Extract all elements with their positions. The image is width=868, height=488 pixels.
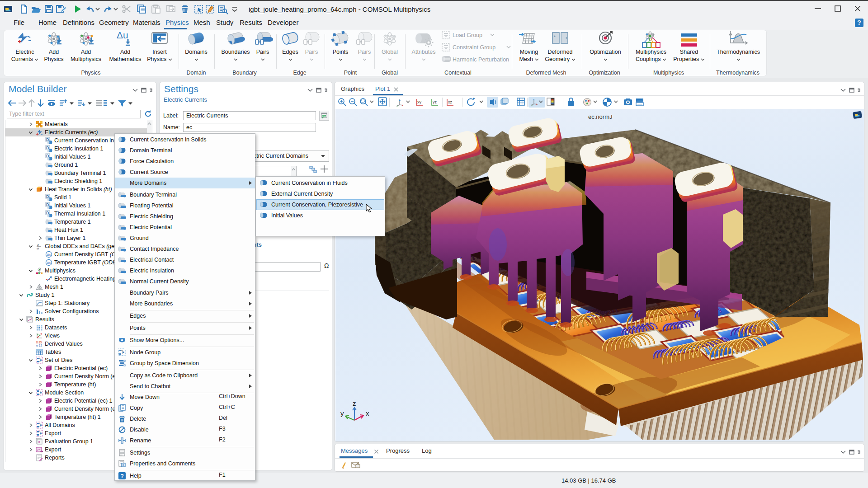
svg-text:x: x: [366, 409, 369, 417]
svg-text:xz: xz: [448, 100, 453, 104]
svg-text:8: 8: [38, 440, 40, 444]
svg-text:ec.normJ: ec.normJ: [588, 113, 612, 120]
svg-text:8.85: 8.85: [36, 341, 42, 344]
svg-text:y: y: [340, 409, 344, 417]
svg-text:Constraint Group: Constraint Group: [453, 44, 495, 51]
svg-text:Load Group: Load Group: [453, 32, 482, 38]
svg-text:e-12: e-12: [36, 344, 42, 347]
svg-text:?: ?: [121, 473, 124, 479]
svg-text:z: z: [353, 399, 356, 407]
svg-text:Δu: Δu: [47, 261, 52, 265]
svg-text:xy: xy: [417, 100, 422, 104]
svg-text:Harmonic Perturbation: Harmonic Perturbation: [453, 56, 509, 63]
svg-text:dt: dt: [37, 247, 40, 250]
svg-text:yz: yz: [433, 100, 437, 104]
svg-text:Δu: Δu: [47, 253, 52, 257]
